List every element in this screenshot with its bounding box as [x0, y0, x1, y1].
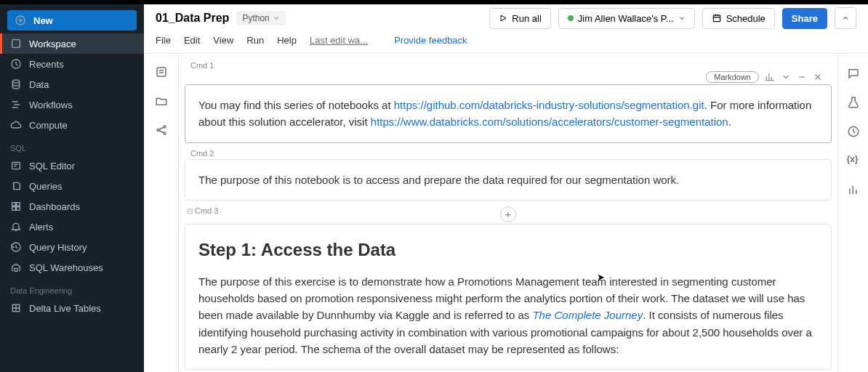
left-gutter: [144, 54, 179, 372]
sidebar-item-label: Delta Live Tables: [29, 303, 101, 314]
toc-icon[interactable]: [155, 65, 168, 78]
warehouse-icon: [10, 262, 22, 273]
sidebar-item-label: Data: [29, 79, 49, 90]
svg-rect-6: [17, 203, 20, 206]
plus-circle-icon: [15, 15, 26, 26]
sidebar-item-sql-editor[interactable]: SQL Editor: [0, 155, 144, 176]
comments-icon[interactable]: [847, 67, 860, 80]
svg-point-3: [12, 80, 19, 83]
sidebar-item-label: Queries: [29, 181, 63, 192]
run-all-button[interactable]: Run all: [489, 8, 550, 29]
notebook-cells: Cmd 1 Markdown You may find this series …: [179, 54, 837, 372]
folder-icon[interactable]: [155, 94, 168, 108]
cmd1-label: Cmd 1: [190, 61, 832, 71]
provide-feedback-link[interactable]: Provide feedback: [394, 35, 467, 46]
cell1-link-a[interactable]: https://github.com/databricks-industry-s…: [394, 99, 704, 111]
cell-3-content[interactable]: Step 1: Access the Data The purpose of t…: [185, 224, 832, 370]
sidebar-item-label: Recents: [29, 59, 64, 70]
svg-rect-1: [12, 40, 20, 48]
cell-1-content[interactable]: You may find this series of notebooks at…: [185, 84, 832, 143]
status-dot-icon: [568, 15, 574, 21]
cell3-heading: Step 1: Access the Data: [198, 236, 818, 263]
language-selector[interactable]: Python: [236, 11, 285, 25]
chevron-down-icon[interactable]: [781, 72, 791, 82]
cluster-selector[interactable]: Jim Allen Wallace's P...: [558, 8, 695, 29]
svg-rect-7: [12, 207, 16, 211]
experiments-icon[interactable]: [847, 96, 860, 109]
sidebar-item-compute[interactable]: Compute: [0, 115, 144, 135]
sidebar-item-label: Query History: [29, 242, 87, 253]
menu-help[interactable]: Help: [277, 35, 297, 46]
sidebar-item-workflows[interactable]: Workflows: [0, 94, 144, 115]
schedule-label: Schedule: [726, 13, 765, 24]
svg-rect-8: [17, 207, 20, 211]
sidebar-item-label: Workspace: [29, 39, 76, 49]
cell-2-content[interactable]: The purpose of this notebook is to acces…: [185, 159, 832, 201]
sidebar-item-label: Alerts: [29, 222, 53, 232]
close-icon[interactable]: [813, 72, 823, 82]
sidebar-item-dlt[interactable]: Delta Live Tables: [0, 298, 144, 318]
sidebar-item-dashboards[interactable]: Dashboards: [0, 196, 144, 217]
minimize-icon[interactable]: [797, 72, 807, 82]
sidebar-item-label: Workflows: [29, 100, 73, 110]
menu-run[interactable]: Run: [246, 35, 264, 46]
sidebar-item-workspace[interactable]: Workspace: [0, 33, 144, 54]
clock-icon: [10, 58, 22, 70]
new-button[interactable]: New: [7, 10, 137, 31]
sidebar-item-queries[interactable]: Queries: [0, 176, 144, 196]
de-section-label: Data Engineering: [0, 278, 144, 298]
cell1-link-b[interactable]: https://www.databricks.com/solutions/acc…: [371, 116, 728, 128]
cell2-text: The purpose of this notebook is to acces…: [198, 174, 679, 186]
cell3-link[interactable]: The Complete Journey: [532, 309, 643, 321]
chevron-up-icon: [841, 14, 850, 23]
svg-rect-9: [15, 268, 17, 271]
markdown-badge[interactable]: Markdown: [706, 71, 759, 83]
sidebar-item-recents[interactable]: Recents: [0, 54, 144, 74]
notebook-title[interactable]: 01_Data Prep: [156, 12, 229, 25]
cmd2-label: Cmd 2: [190, 149, 832, 159]
cell1-text-c: .: [728, 116, 731, 128]
queries-icon: [10, 180, 22, 192]
last-edit-status[interactable]: Last edit wa...: [310, 35, 368, 46]
svg-point-14: [164, 126, 166, 128]
new-label: New: [33, 15, 53, 26]
cluster-label: Jim Allen Wallace's P...: [578, 13, 674, 24]
sidebar-item-data[interactable]: Data: [0, 74, 144, 94]
cmd3-label: Cmd 3: [195, 206, 218, 217]
cloud-icon: [10, 119, 22, 131]
dlt-icon: [10, 302, 22, 314]
calendar-icon: [712, 13, 722, 23]
collapse-header-button[interactable]: [835, 7, 856, 29]
revision-history-icon[interactable]: [847, 125, 860, 138]
workspace-icon: [10, 38, 22, 49]
cell1-text-a: You may find this series of notebooks at: [198, 99, 394, 111]
data-icon: [10, 78, 22, 90]
menu-view[interactable]: View: [213, 35, 233, 46]
run-all-label: Run all: [512, 13, 541, 24]
sidebar-item-label: Compute: [29, 120, 68, 131]
dashboard-icon: [10, 201, 22, 212]
sidebar-item-label: SQL Editor: [29, 161, 75, 171]
add-cell-button[interactable]: +: [500, 206, 516, 222]
sql-section-label: SQL: [0, 135, 144, 155]
bell-icon: [10, 221, 22, 232]
editor-icon: [10, 160, 22, 171]
sidebar-item-query-history[interactable]: Query History: [0, 237, 144, 257]
dashboard-panel-icon[interactable]: [847, 183, 860, 196]
sidebar-item-alerts[interactable]: Alerts: [0, 217, 144, 237]
share-button[interactable]: Share: [782, 8, 827, 29]
variables-icon[interactable]: {x}: [847, 154, 860, 167]
sidebar: New Workspace Recents Data Workflows Com…: [0, 0, 144, 372]
share-flow-icon[interactable]: [155, 124, 168, 137]
play-icon: [499, 14, 507, 23]
menu-edit[interactable]: Edit: [184, 35, 200, 46]
chevron-down-icon: [678, 15, 686, 22]
svg-rect-11: [713, 15, 720, 22]
sidebar-item-label: SQL Warehouses: [29, 262, 103, 273]
menu-file[interactable]: File: [156, 35, 171, 46]
right-rail: {x}: [837, 54, 868, 372]
schedule-button[interactable]: Schedule: [702, 8, 775, 29]
collapse-toggle[interactable]: ⊟: [185, 207, 195, 215]
sidebar-item-sql-warehouses[interactable]: SQL Warehouses: [0, 257, 144, 278]
chart-icon[interactable]: [765, 72, 775, 82]
